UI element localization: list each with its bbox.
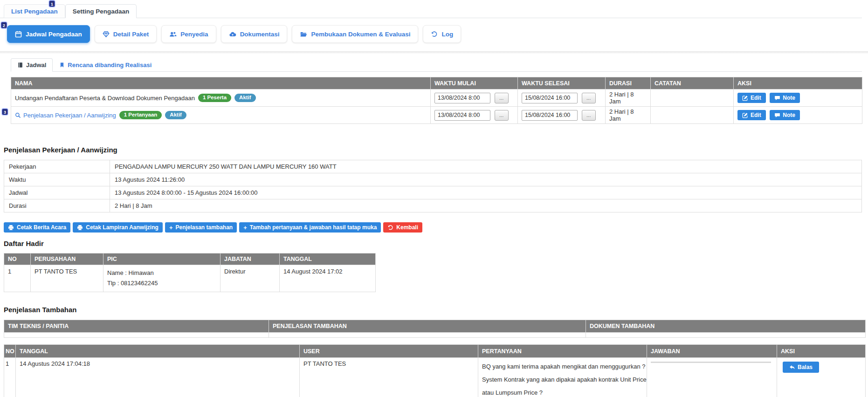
annotation-marker-1: 1 bbox=[49, 0, 55, 7]
gem-icon bbox=[103, 31, 110, 38]
aanwijzing-actions: Cetak Berita Acara Cetak Lampiran Aanwij… bbox=[4, 222, 868, 233]
detail-row: Jadwal 13 Agustus 2024 8:00:00 - 15 Agus… bbox=[4, 186, 862, 199]
dh-pic: Name : Himawan Tlp : 08123462245 bbox=[103, 265, 220, 292]
info-empty-row bbox=[4, 333, 866, 338]
detail-value: 2 Hari | 8 Jam bbox=[110, 199, 862, 212]
toolbar-divider bbox=[0, 51, 868, 54]
dokumentasi-button[interactable]: Dokumentasi bbox=[221, 25, 288, 43]
detail-paket-button[interactable]: Detail Paket bbox=[95, 25, 157, 43]
users-icon bbox=[169, 31, 177, 38]
qa-header-row: NO TANGGAL USER PERTANYAAN JAWABAN AKSI bbox=[4, 345, 866, 358]
waktu-selesai-picker-button[interactable]: ... bbox=[582, 110, 596, 121]
penjelasan-tambahan-button[interactable]: + Penjelasan tambahan bbox=[165, 222, 237, 233]
col-waktu-selesai: WAKTU SELESAI bbox=[518, 77, 606, 89]
tab-setting-pengadaan[interactable]: Setting Pengadaan bbox=[65, 4, 137, 18]
col-aksi: AKSI bbox=[734, 77, 862, 89]
reply-icon bbox=[789, 364, 795, 370]
bookmark-icon bbox=[59, 62, 65, 68]
waktu-selesai-picker-button[interactable]: ... bbox=[582, 93, 596, 103]
dh-tanggal: 14 August 2024 17:02 bbox=[280, 265, 376, 292]
log-label: Log bbox=[441, 31, 453, 38]
tab-list-pengadaan[interactable]: List Pengadaan bbox=[4, 4, 65, 18]
subtab-jadwal-label: Jadwal bbox=[26, 62, 46, 68]
schedule-header-row: NAMA WAKTU MULAI WAKTU SELESAI DURASI CA… bbox=[11, 77, 862, 89]
jadwal-pengadaan-label: Jadwal Pengadaan bbox=[26, 31, 82, 38]
plus-icon: + bbox=[243, 225, 247, 231]
answer-placeholder-rule bbox=[651, 362, 771, 363]
detail-value: 13 Agustus 2024 8:00:00 - 15 Agustus 202… bbox=[110, 186, 862, 199]
edit-icon bbox=[742, 95, 748, 101]
qa-no: 1 bbox=[4, 358, 16, 397]
penyedia-label: Penyedia bbox=[180, 31, 208, 38]
edit-label: Edit bbox=[751, 95, 761, 101]
waktu-mulai-input[interactable] bbox=[434, 93, 490, 103]
balas-button[interactable]: Balas bbox=[783, 362, 819, 373]
note-label: Note bbox=[783, 95, 795, 101]
col-nama: NAMA bbox=[11, 77, 431, 89]
detail-value: 13 Agustus 2024 11:26:00 bbox=[110, 173, 862, 186]
col-tanggal: TANGGAL bbox=[280, 253, 376, 265]
detail-label: Pekerjaan bbox=[4, 160, 110, 173]
pic-phone: Tlp : 08123462245 bbox=[107, 278, 216, 288]
subtab-rencana-realisasi[interactable]: Rencana dibanding Realisasi bbox=[53, 58, 158, 72]
jadwal-subtab-bar: Jadwal Rencana dibanding Realisasi bbox=[11, 58, 862, 72]
qa-tanggal: 14 Agustus 2024 17:04:18 bbox=[16, 358, 300, 397]
log-button[interactable]: Log bbox=[423, 25, 461, 43]
col-durasi: DURASI bbox=[606, 77, 651, 89]
dh-no: 1 bbox=[4, 265, 31, 292]
daftar-hadir-header-row: NO PERUSAHAAN PIC JABATAN TANGGAL bbox=[4, 253, 376, 265]
col-user: USER bbox=[300, 345, 478, 358]
setting-toolbar: Jadwal Pengadaan Detail Paket Penyedia D… bbox=[7, 25, 868, 43]
penjelasan-tambahan-cell bbox=[269, 333, 586, 338]
dokumentasi-label: Dokumentasi bbox=[240, 31, 280, 38]
detail-value: PENGADAAN LAMPU MERCURY 250 WATT DAN LAM… bbox=[110, 160, 862, 173]
daftar-hadir-table: NO PERUSAHAAN PIC JABATAN TANGGAL 1 PT T… bbox=[4, 253, 376, 292]
note-button[interactable]: Note bbox=[770, 110, 800, 120]
aanwijzing-link-label: Penjelasan Pekerjaan / Aanwijzing bbox=[23, 112, 116, 119]
schedule-row-aanwijzing: Penjelasan Pekerjaan / Aanwijzing 1 Pert… bbox=[11, 107, 862, 124]
col-tim-teknis: TIM TEKNIS / PANITIA bbox=[4, 320, 269, 333]
tambah-pertanyaan-button[interactable]: + Tambah pertanyaan & jawaban hasil tata… bbox=[239, 222, 381, 233]
pertanyaan-count-badge: 1 Pertanyaan bbox=[119, 111, 162, 119]
info-header-row: TIM TEKNIS / PANITIA PENJELASAN TAMBAHAN… bbox=[4, 320, 866, 333]
dokumen-tambahan-cell bbox=[586, 333, 866, 338]
subtab-rencana-label: Rencana dibanding Realisasi bbox=[68, 62, 152, 68]
jadwal-pengadaan-button[interactable]: Jadwal Pengadaan bbox=[7, 25, 90, 43]
edit-button[interactable]: Edit bbox=[737, 110, 766, 120]
waktu-mulai-picker-button[interactable]: ... bbox=[495, 93, 509, 103]
col-waktu-mulai: WAKTU MULAI bbox=[431, 77, 518, 89]
question-line: BQ yang kami terima apakah mengikat dan … bbox=[482, 360, 643, 373]
cloud-icon bbox=[229, 31, 236, 38]
qa-aksi: Balas bbox=[777, 358, 866, 397]
tim-teknis-cell bbox=[4, 333, 269, 338]
cetak-lampiran-button[interactable]: Cetak Lampiran Aanwijzing bbox=[73, 222, 163, 233]
waktu-mulai-input[interactable] bbox=[434, 110, 490, 121]
qa-jawaban bbox=[647, 358, 777, 397]
penjelasan-tambahan-info-table: TIM TEKNIS / PANITIA PENJELASAN TAMBAHAN… bbox=[4, 320, 866, 338]
printer-icon bbox=[77, 225, 83, 231]
kembali-button[interactable]: Kembali bbox=[383, 222, 422, 233]
calendar-icon bbox=[15, 31, 22, 38]
col-no: NO bbox=[4, 345, 16, 358]
cetak-berita-acara-label: Cetak Berita Acara bbox=[17, 224, 66, 231]
dh-perusahaan: PT TANTO TES bbox=[31, 265, 103, 292]
cetak-berita-acara-button[interactable]: Cetak Berita Acara bbox=[4, 222, 70, 233]
edit-button[interactable]: Edit bbox=[737, 93, 766, 103]
waktu-selesai-input[interactable] bbox=[522, 93, 578, 103]
subtab-jadwal[interactable]: Jadwal bbox=[11, 58, 53, 72]
detail-row: Waktu 13 Agustus 2024 11:26:00 bbox=[4, 173, 862, 186]
col-pertanyaan: PERTANYAAN bbox=[478, 345, 647, 358]
pembukaan-dokumen-button[interactable]: Pembukaan Dokumen & Evaluasi bbox=[292, 25, 418, 43]
note-label: Note bbox=[783, 112, 795, 118]
note-button[interactable]: Note bbox=[770, 93, 800, 103]
detail-label: Jadwal bbox=[4, 186, 110, 199]
waktu-selesai-input[interactable] bbox=[522, 110, 578, 121]
aanwijzing-link[interactable]: Penjelasan Pekerjaan / Aanwijzing bbox=[15, 112, 116, 119]
qa-row: 1 14 Agustus 2024 17:04:18 PT TANTO TES … bbox=[4, 358, 866, 397]
detail-row: Pekerjaan PENGADAAN LAMPU MERCURY 250 WA… bbox=[4, 160, 862, 173]
daftar-hadir-row: 1 PT TANTO TES Name : Himawan Tlp : 0812… bbox=[4, 265, 376, 292]
penyedia-button[interactable]: Penyedia bbox=[161, 25, 216, 43]
waktu-mulai-picker-button[interactable]: ... bbox=[495, 110, 509, 121]
penjelasan-tambahan-label: Penjelasan tambahan bbox=[175, 224, 233, 231]
question-line: System Kontrak yang akan dipakai apakah … bbox=[482, 373, 643, 386]
